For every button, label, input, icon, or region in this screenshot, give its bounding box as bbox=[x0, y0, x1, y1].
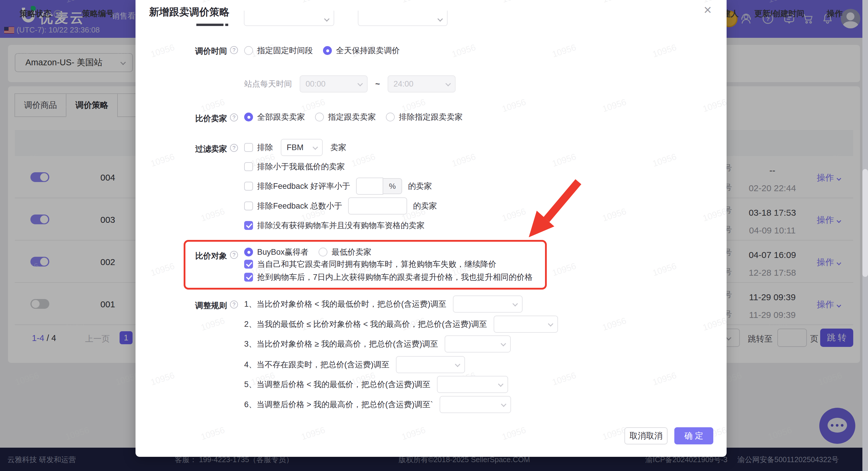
reprice-time-options: 指定固定时间段 全天保持跟卖调价 bbox=[244, 42, 400, 59]
rule-text: 5、当调整后价格 < 我的最低价，把总价(含运费)调至 bbox=[244, 379, 430, 390]
site-daily-time-row: 站点每天时间 00:00 ~ 24:00 bbox=[244, 75, 456, 92]
label-reprice-time: 调价时间 bbox=[147, 46, 227, 56]
help-icon[interactable]: ? bbox=[230, 144, 238, 152]
filter-line-1: 排除 FBM 卖家 bbox=[244, 139, 346, 156]
close-icon[interactable]: × bbox=[699, 2, 717, 18]
checkbox-raise-price-after-buybox[interactable]: 抢到购物车后，7日内上次获得购物车的跟卖者提升价格，我也提升相同的价格 bbox=[244, 272, 533, 283]
rule-1-select[interactable] bbox=[453, 295, 523, 313]
seller-suffix: 的卖家 bbox=[413, 201, 437, 211]
clipped-select[interactable] bbox=[244, 11, 334, 26]
checkbox-shared-buybox-keep-lowering[interactable]: 当自己和其它跟卖者同时拥有购物车时，算抢购物车失败，继续降价 bbox=[244, 259, 496, 269]
filter-line-5: 排除没有获得购物车并且没有购物车资格的卖家 bbox=[244, 217, 425, 234]
target-line-3: 抢到购物车后，7日内上次获得购物车的跟卖者提升价格，我也提升相同的价格 bbox=[244, 271, 533, 284]
help-icon[interactable]: ? bbox=[230, 300, 238, 308]
label-filter-sellers: 过滤卖家 bbox=[147, 144, 227, 154]
radio-fixed-period[interactable]: 指定固定时间段 bbox=[244, 45, 313, 56]
label-adjust-rules: 调整规则 bbox=[147, 300, 227, 311]
radio-specified-followers[interactable]: 指定跟卖卖家 bbox=[315, 112, 376, 122]
radio-all-day[interactable]: 全天保持跟卖调价 bbox=[323, 45, 400, 56]
rule-text: 6、当调整后价格 > 我的最高价，把总价(含运费)调至` bbox=[244, 399, 433, 410]
cancel-button[interactable]: 取消取消 bbox=[624, 427, 668, 444]
compare-target-options: BuyBox赢得者 最低价卖家 bbox=[244, 245, 371, 259]
help-icon[interactable]: ? bbox=[230, 46, 238, 54]
rule-5-select[interactable] bbox=[437, 376, 508, 393]
help-icon[interactable]: ? bbox=[230, 114, 238, 121]
clipped-label-fragment bbox=[196, 24, 223, 26]
rule-text: 2、当我的最低价 ≤ 比价对象价格 < 我的最高价，把总价(含运费)调至 bbox=[244, 319, 487, 329]
checkbox-exclude-feedback-count[interactable]: 排除Feedback 总数小于 bbox=[244, 201, 342, 211]
rule-row-4: 4、当不存在跟卖时，把总价(含运费)调至 bbox=[244, 356, 465, 374]
rule-3-select[interactable] bbox=[445, 335, 511, 353]
checkbox-exclude-no-buybox[interactable]: 排除没有获得购物车并且没有购物车资格的卖家 bbox=[244, 220, 425, 231]
radio-all-followers[interactable]: 全部跟卖卖家 bbox=[244, 112, 305, 122]
site-daily-time-label: 站点每天时间 bbox=[244, 79, 292, 89]
filter-line-2: 排除小于我最低价的卖家 bbox=[244, 158, 345, 175]
radio-buybox-winner[interactable]: BuyBox赢得者 bbox=[244, 247, 309, 257]
seller-suffix: 的卖家 bbox=[408, 181, 432, 192]
time-to-select[interactable]: 24:00 bbox=[388, 75, 456, 92]
tilde-separator: ~ bbox=[375, 80, 380, 89]
clipped-label-fragment bbox=[225, 24, 228, 26]
checkbox-exclude-feedback-rate[interactable]: 排除Feedback 好评率小于 bbox=[244, 181, 350, 192]
rule-6-select[interactable] bbox=[440, 396, 511, 413]
confirm-button[interactable]: 确 定 bbox=[674, 427, 713, 444]
rule-4-select[interactable] bbox=[396, 356, 465, 373]
target-line-2: 当自己和其它跟卖者同时拥有购物车时，算抢购物车失败，继续降价 bbox=[244, 258, 496, 271]
rule-2-select[interactable] bbox=[494, 316, 558, 333]
add-strategy-modal: 1095610956109561095610956109561095610956… bbox=[135, 0, 726, 457]
checkbox-exclude-below-min[interactable]: 排除小于我最低价的卖家 bbox=[244, 161, 345, 172]
filter-line-3: 排除Feedback 好评率小于 % 的卖家 bbox=[244, 178, 432, 195]
clipped-select[interactable] bbox=[358, 11, 447, 26]
feedback-rate-input-group: % bbox=[356, 178, 402, 195]
scrollbar-thumb[interactable] bbox=[862, 169, 868, 277]
filter-line-4: 排除Feedback 总数小于 的卖家 bbox=[244, 197, 437, 214]
checkbox-exclude-fbm[interactable]: 排除 bbox=[244, 142, 273, 153]
rule-row-3: 3、当比价对象价格 ≥ 我的最高价，把总价(含运费)调至 bbox=[244, 335, 511, 353]
rule-text: 4、当不存在跟卖时，把总价(含运费)调至 bbox=[244, 359, 390, 370]
rule-row-1: 1、当比价对象价格 < 我的最低价时，把总价(含运费)调至 bbox=[244, 295, 523, 313]
percent-addon: % bbox=[383, 178, 402, 194]
radio-lowest-price-seller[interactable]: 最低价卖家 bbox=[318, 247, 371, 257]
help-icon[interactable]: ? bbox=[230, 251, 238, 259]
feedback-rate-input[interactable] bbox=[356, 178, 383, 195]
rule-text: 3、当比价对象价格 ≥ 我的最高价，把总价(含运费)调至 bbox=[244, 338, 438, 349]
app-root: 优麦云 销售看 (UTC-7): 10/22 23:36:08 ? bbox=[0, 0, 868, 471]
radio-exclude-specified-followers[interactable]: 排除指定跟卖卖家 bbox=[386, 112, 463, 122]
compare-sellers-options: 全部跟卖卖家 指定跟卖卖家 排除指定跟卖卖家 bbox=[244, 109, 463, 125]
time-from-select[interactable]: 00:00 bbox=[300, 75, 368, 92]
modal-title: 新增跟卖调价策略 bbox=[149, 5, 229, 19]
rule-row-2: 2、当我的最低价 ≤ 比价对象价格 < 我的最高价，把总价(含运费)调至 bbox=[244, 315, 558, 333]
label-compare-sellers: 比价卖家 bbox=[147, 113, 227, 124]
label-compare-target: 比价对象 bbox=[147, 251, 227, 261]
fulfillment-select[interactable]: FBM bbox=[281, 139, 323, 156]
rule-text: 1、当比价对象价格 < 我的最低价时，把总价(含运费)调至 bbox=[244, 299, 446, 310]
feedback-count-input[interactable] bbox=[348, 197, 407, 214]
seller-suffix: 卖家 bbox=[330, 142, 346, 153]
red-arrow-annotation bbox=[510, 164, 593, 247]
rule-row-5: 5、当调整后价格 < 我的最低价，把总价(含运费)调至 bbox=[244, 376, 508, 393]
rule-row-6: 6、当调整后价格 > 我的最高价，把总价(含运费)调至` bbox=[244, 396, 511, 413]
